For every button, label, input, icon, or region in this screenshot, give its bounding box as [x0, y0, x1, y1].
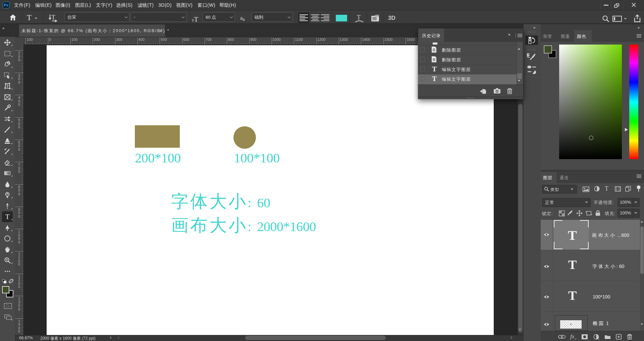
- svg-text:T: T: [5, 213, 9, 220]
- svg-text:T: T: [357, 14, 361, 21]
- svg-text:T: T: [51, 14, 55, 21]
